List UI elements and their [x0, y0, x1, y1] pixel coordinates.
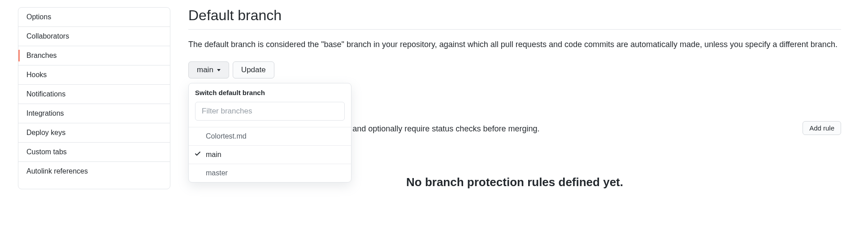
- dropdown-item-label: master: [206, 169, 228, 177]
- sidebar-item-options[interactable]: Options: [18, 8, 170, 27]
- dropdown-item-master[interactable]: master: [189, 164, 351, 182]
- branch-dropdown: Switch default branch Colortest.md main …: [188, 83, 352, 183]
- sidebar-item-notifications[interactable]: Notifications: [18, 85, 170, 104]
- branch-select-button[interactable]: main: [188, 61, 229, 78]
- update-button[interactable]: Update: [233, 61, 274, 78]
- dropdown-header: Switch default branch: [189, 83, 351, 102]
- dropdown-item-label: Colortest.md: [206, 132, 247, 140]
- branch-select-label: main: [197, 65, 213, 74]
- sidebar-item-label: Options: [26, 13, 51, 21]
- sidebar-item-label: Notifications: [26, 90, 65, 98]
- sidebar-item-label: Branches: [26, 52, 57, 59]
- dropdown-item-label: main: [206, 151, 221, 158]
- branch-selector-row: main Update Switch default branch Colort…: [188, 61, 841, 78]
- branch-filter-input[interactable]: [195, 102, 345, 121]
- add-rule-label: Add rule: [809, 124, 834, 132]
- dropdown-item-main[interactable]: main: [189, 145, 351, 164]
- sidebar-item-branches[interactable]: Branches: [18, 46, 170, 65]
- sidebar-item-label: Integrations: [26, 109, 64, 117]
- sidebar-item-label: Deploy keys: [26, 129, 65, 136]
- page-title: Default branch: [188, 7, 841, 30]
- sidebar-item-integrations[interactable]: Integrations: [18, 104, 170, 123]
- update-button-label: Update: [241, 65, 266, 74]
- caret-down-icon: [217, 69, 221, 71]
- dropdown-filter-wrap: [189, 102, 351, 127]
- settings-sidebar: Options Collaborators Branches Hooks Not…: [18, 7, 170, 189]
- sidebar-item-label: Collaborators: [26, 32, 69, 40]
- sidebar-item-label: Custom tabs: [26, 148, 67, 156]
- sidebar-item-hooks[interactable]: Hooks: [18, 65, 170, 85]
- sidebar-item-label: Hooks: [26, 71, 47, 78]
- default-branch-description: The default branch is considered the "ba…: [188, 39, 841, 51]
- sidebar-item-autolink-references[interactable]: Autolink references: [18, 162, 170, 181]
- sidebar-item-label: Autolink references: [26, 167, 88, 175]
- sidebar-item-custom-tabs[interactable]: Custom tabs: [18, 143, 170, 162]
- add-rule-button[interactable]: Add rule: [803, 121, 841, 135]
- main-content: Default branch The default branch is con…: [188, 7, 850, 189]
- dropdown-item-colortest[interactable]: Colortest.md: [189, 127, 351, 145]
- check-icon: [194, 150, 201, 159]
- sidebar-item-collaborators[interactable]: Collaborators: [18, 27, 170, 46]
- sidebar-item-deploy-keys[interactable]: Deploy keys: [18, 123, 170, 143]
